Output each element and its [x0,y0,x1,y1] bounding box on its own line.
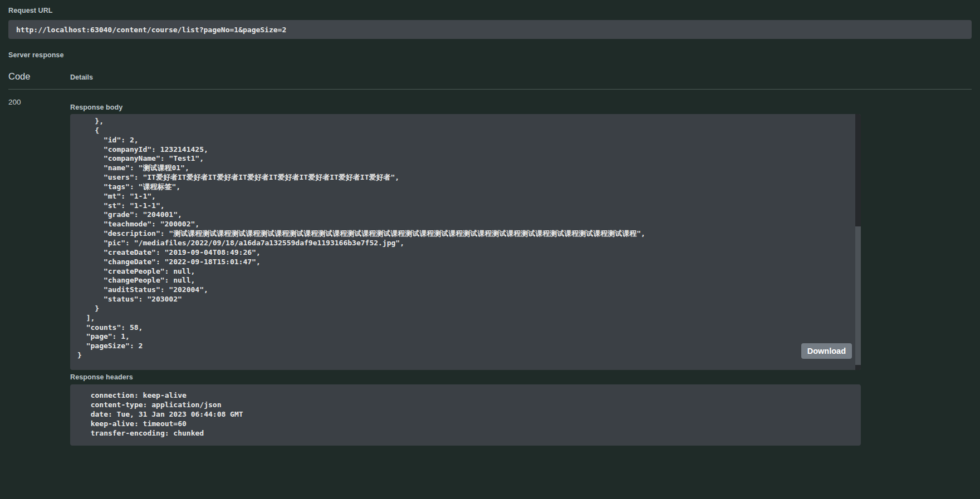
response-headers-block: connection: keep-alive content-type: app… [70,384,861,446]
response-body-code: }, { "id": 2, "companyId": 1232141425, "… [70,114,861,370]
server-response-label: Server response [8,51,972,59]
details-column-header: Details [70,73,93,81]
response-table-header: Code Details [8,71,972,82]
code-column-header: Code [8,71,70,82]
response-body-label: Response body [70,103,861,111]
response-headers-label: Response headers [70,373,861,381]
download-button[interactable]: Download [801,343,852,359]
response-details: Response body }, { "id": 2, "companyId":… [70,90,861,446]
response-body-block: }, { "id": 2, "companyId": 1232141425, "… [70,114,861,370]
request-url-label: Request URL [8,7,972,14]
request-url-value: http://localhost:63040/content/course/li… [16,26,286,34]
swagger-response-panel: Request URL http://localhost:63040/conte… [0,0,980,499]
response-row: 200 Response body }, { "id": 2, "company… [8,90,972,446]
scrollbar-thumb[interactable] [855,226,861,364]
response-body-scrollbar[interactable] [855,114,861,370]
request-url-box: http://localhost:63040/content/course/li… [8,20,972,39]
response-headers-code: connection: keep-alive content-type: app… [70,384,861,444]
status-code: 200 [8,90,70,446]
